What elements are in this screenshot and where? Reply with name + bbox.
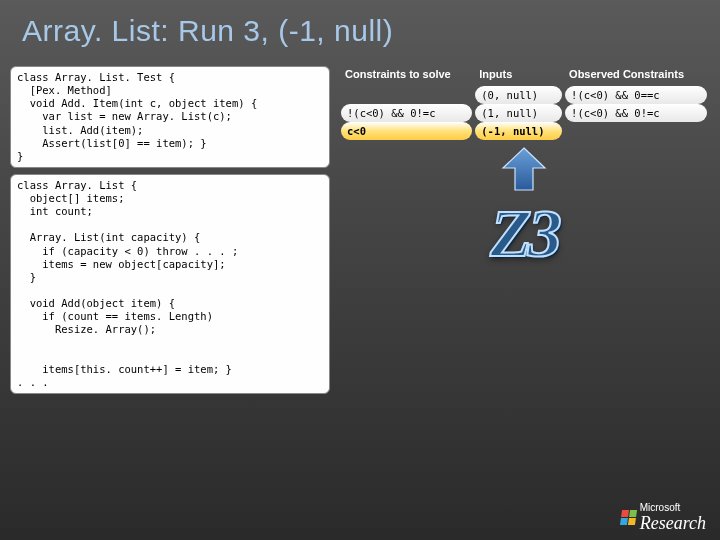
- table-cell: !(c<0) && 0!=c: [565, 104, 707, 122]
- table-row: (0, null)!(c<0) && 0==c: [341, 86, 707, 104]
- arrow-up-icon: [499, 146, 549, 192]
- table-cell: (0, null): [475, 86, 562, 104]
- code-block-class: class Array. List { object[] items; int …: [10, 174, 330, 394]
- table-cell: !(c<0) && 0==c: [565, 86, 707, 104]
- footer-brand: Microsoft Research: [621, 501, 706, 534]
- z3-logo: Z3: [490, 194, 558, 273]
- table-cell: (1, null): [475, 104, 562, 122]
- header-inputs: Inputs: [475, 66, 562, 86]
- constraints-table: Constraints to solve Inputs Observed Con…: [338, 66, 710, 140]
- table-cell: (-1, null): [475, 122, 562, 140]
- table-row: !(c<0) && 0!=c(1, null)!(c<0) && 0!=c: [341, 104, 707, 122]
- content-area: class Array. List. Test { [Pex. Method] …: [0, 48, 720, 394]
- microsoft-flag-icon: [620, 510, 637, 525]
- table-cell: [565, 122, 707, 140]
- table-cell: c<0: [341, 122, 472, 140]
- table-cell: !(c<0) && 0!=c: [341, 104, 472, 122]
- left-column: class Array. List. Test { [Pex. Method] …: [10, 66, 330, 394]
- table-row: c<0(-1, null): [341, 122, 707, 140]
- footer-microsoft: Microsoft: [640, 502, 681, 513]
- right-column: Constraints to solve Inputs Observed Con…: [338, 66, 710, 394]
- header-observed: Observed Constraints: [565, 66, 707, 86]
- footer-research: Research: [640, 513, 706, 533]
- z3-logo-area: Z3: [338, 146, 710, 273]
- header-constraints: Constraints to solve: [341, 66, 472, 86]
- table-cell: [341, 86, 472, 104]
- page-title: Array. List: Run 3, (-1, null): [0, 0, 720, 48]
- table-header-row: Constraints to solve Inputs Observed Con…: [341, 66, 707, 86]
- code-block-test: class Array. List. Test { [Pex. Method] …: [10, 66, 330, 168]
